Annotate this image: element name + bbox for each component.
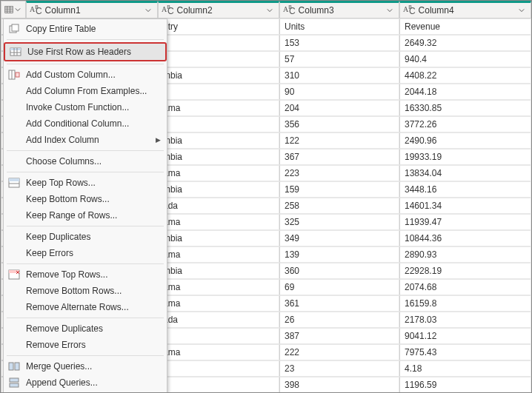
table-cell[interactable]: 204 (279, 100, 399, 116)
table-cell[interactable]: 3448.16 (399, 181, 531, 198)
table-cell[interactable]: 367 (279, 149, 399, 165)
table-cell[interactable]: 325 (279, 214, 399, 230)
table-cell[interactable]: il (158, 51, 279, 67)
table-cell[interactable]: ada (158, 312, 279, 328)
table-cell[interactable]: Revenue (399, 19, 531, 35)
menu-item[interactable]: Remove Duplicates (4, 320, 167, 337)
table-cell[interactable]: ada (158, 198, 279, 214)
column-header-4[interactable]: ABCColumn4 (399, 1, 531, 19)
table-cell[interactable]: 222 (279, 344, 399, 360)
table-cell[interactable]: il (158, 116, 279, 132)
table-cell[interactable]: ama (158, 100, 279, 116)
table-cell[interactable]: ama (158, 295, 279, 312)
table-cell[interactable]: 349 (279, 230, 399, 246)
column-dropdown-icon[interactable] (13, 4, 22, 16)
table-cell[interactable]: 2074.68 (399, 279, 531, 295)
menu-separator (7, 318, 164, 318)
table-cell[interactable]: 2178.03 (399, 312, 531, 328)
table-cell[interactable]: ntry (158, 19, 279, 35)
table-cell[interactable]: 7975.43 (399, 344, 531, 360)
table-cell[interactable]: 122 (279, 132, 399, 149)
menu-item[interactable]: Add Column From Examples... (4, 83, 167, 99)
table-cell[interactable]: 26 (279, 312, 399, 328)
table-cell[interactable]: 4.18 (399, 360, 531, 377)
table-cell[interactable]: 153 (279, 35, 399, 51)
column-header-3[interactable]: ABCColumn3 (279, 1, 399, 19)
table-cell[interactable]: 2044.18 (399, 84, 531, 100)
table-cell[interactable]: il (158, 84, 279, 100)
menu-item[interactable]: Keep Range of Rows... (4, 207, 167, 224)
table-cell[interactable]: 57 (279, 51, 399, 67)
table-cell[interactable]: 159 (279, 181, 399, 198)
table-cell[interactable]: 2649.32 (399, 35, 531, 51)
table-cell[interactable]: 23 (279, 360, 399, 377)
menu-item[interactable]: Append Queries... (4, 374, 167, 391)
menu-item[interactable]: Add Custom Column... (4, 67, 167, 83)
table-cell[interactable]: 398 (279, 377, 399, 393)
menu-item[interactable]: Keep Errors (4, 245, 167, 261)
menu-item[interactable]: Remove Top Rows... (4, 266, 167, 283)
menu-item[interactable]: Copy Entire Table (4, 21, 167, 37)
table-cell[interactable]: mbia (158, 263, 279, 279)
menu-item[interactable]: Keep Duplicates (4, 229, 167, 245)
menu-item[interactable]: Remove Bottom Rows... (4, 283, 167, 299)
table-cell[interactable]: ama (158, 344, 279, 360)
column-dropdown-icon[interactable] (516, 4, 528, 16)
menu-item[interactable]: Merge Queries... (4, 358, 167, 374)
menu-item[interactable]: Add Index Column▶ (4, 132, 167, 148)
menu-item[interactable]: Remove Errors (4, 337, 167, 353)
table-cell[interactable]: 22928.19 (399, 263, 531, 279)
menu-item[interactable]: Choose Columns... (4, 153, 167, 169)
table-cell[interactable]: 139 (279, 246, 399, 263)
table-cell[interactable]: il (158, 377, 279, 393)
select-all-corner[interactable] (1, 1, 26, 19)
table-cell[interactable]: 3772.26 (399, 116, 531, 132)
table-cell[interactable]: 258 (279, 198, 399, 214)
table-cell[interactable]: mbia (158, 149, 279, 165)
menu-item[interactable]: Remove Alternate Rows... (4, 299, 167, 315)
table-cell[interactable]: ama (158, 246, 279, 263)
table-cell[interactable]: ama (158, 279, 279, 295)
table-cell[interactable]: mbia (158, 230, 279, 246)
table-cell[interactable]: il (158, 360, 279, 377)
menu-item[interactable]: Keep Bottom Rows... (4, 191, 167, 207)
menu-item[interactable]: Use First Row as Headers (4, 42, 167, 61)
column-dropdown-icon[interactable] (264, 4, 276, 16)
table-cell[interactable]: 16330.85 (399, 100, 531, 116)
menu-item[interactable]: Keep Top Rows... (4, 175, 167, 191)
table-cell[interactable]: il (158, 35, 279, 51)
column-header-2[interactable]: ABCColumn2 (158, 1, 279, 19)
table-cell[interactable]: 11939.47 (399, 214, 531, 230)
table-cell[interactable]: 356 (279, 116, 399, 132)
table-cell[interactable]: 13834.04 (399, 165, 531, 181)
table-cell[interactable]: 19933.19 (399, 149, 531, 165)
table-cell[interactable]: 361 (279, 295, 399, 312)
table-cell[interactable]: 14601.34 (399, 198, 531, 214)
table-cell[interactable]: il (158, 328, 279, 344)
table-cell[interactable]: ama (158, 214, 279, 230)
table-cell[interactable]: mbia (158, 67, 279, 84)
table-cell[interactable]: Units (279, 19, 399, 35)
table-cell[interactable]: mbia (158, 132, 279, 149)
table-cell[interactable]: 9041.12 (399, 328, 531, 344)
table-cell[interactable]: 10844.36 (399, 230, 531, 246)
table-cell[interactable]: 16159.8 (399, 295, 531, 312)
column-dropdown-icon[interactable] (384, 4, 396, 16)
menu-item[interactable]: Add Conditional Column... (4, 115, 167, 132)
table-cell[interactable]: 940.4 (399, 51, 531, 67)
table-cell[interactable]: ama (158, 165, 279, 181)
table-cell[interactable]: 310 (279, 67, 399, 84)
table-cell[interactable]: 69 (279, 279, 399, 295)
menu-item[interactable]: Invoke Custom Function... (4, 99, 167, 115)
table-cell[interactable]: 387 (279, 328, 399, 344)
column-header-1[interactable]: ABCColumn1 (26, 1, 158, 19)
table-cell[interactable]: 2490.96 (399, 132, 531, 149)
table-cell[interactable]: 90 (279, 84, 399, 100)
table-cell[interactable]: 1196.59 (399, 377, 531, 393)
table-cell[interactable]: 223 (279, 165, 399, 181)
table-cell[interactable]: mbia (158, 181, 279, 198)
column-dropdown-icon[interactable] (142, 4, 154, 16)
table-cell[interactable]: 2890.93 (399, 246, 531, 263)
table-cell[interactable]: 360 (279, 263, 399, 279)
table-cell[interactable]: 4408.22 (399, 67, 531, 84)
